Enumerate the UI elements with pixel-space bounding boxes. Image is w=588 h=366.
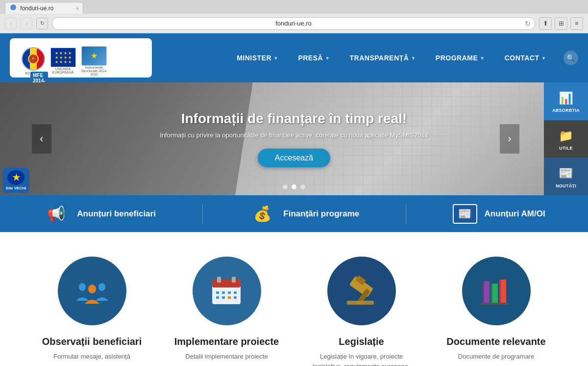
svg-rect-14 [234,296,237,299]
implementare-desc: Detalii implementare proiecte [185,352,268,362]
legislatie-title: Legislație [339,335,384,348]
nav-programe[interactable]: PROGRAME ▼ [433,49,488,67]
hero-access-button[interactable]: Accesează [258,149,330,167]
svg-rect-5 [217,277,221,283]
svg-rect-10 [234,291,237,294]
beneficiari-icon: 📢 [43,203,70,225]
feature-observatii[interactable]: Observații beneficiari Formular mesaje, … [39,257,145,366]
browser-toolbar-right: ⬆ ⊞ ≡ [539,17,583,30]
slider-next-button[interactable]: › [500,124,519,154]
programe-label: PROGRAME [436,54,478,62]
anunturi-am-link[interactable]: 📰 Anunțuri AM/OI [453,204,545,224]
documente-title: Documente relevante [446,335,545,348]
svg-rect-18 [347,301,374,305]
slider-dot-2[interactable] [292,184,296,189]
anunturi-beneficiari-link[interactable]: 📢 Anunțuri beneficiari [43,203,156,225]
add-tab-button[interactable]: ⊞ [555,17,567,30]
main-nav: MINISTER ▼ PRESĂ ▼ TRANSPARENȚĂ ▼ PROGRA… [234,49,578,67]
am-icon: 📰 [453,204,477,224]
legislatie-desc: Legislație în vigoare, proiecte legislat… [309,352,414,366]
feature-documente[interactable]: Documente relevante Documente de program… [443,257,549,366]
observatii-icon [75,275,109,307]
site-vechi-label: Site VECHI [6,186,26,190]
hero-title: Informații de finanțare în timp real! [137,111,451,127]
documente-desc: Documente de programare [458,352,534,362]
observatii-title: Observații beneficiari [42,335,142,348]
site-vechi-button[interactable]: ★ Site VECHI [2,168,29,193]
observatii-desc: Formular mesaje, asistență [53,352,130,362]
feature-legislatie[interactable]: Legislație Legislație în vigoare, proiec… [309,257,414,366]
structural-label: Instrumente Structurale 2014-2020 [79,66,109,76]
bar-separator-2 [406,204,406,224]
slider-dot-3[interactable] [300,184,305,189]
svg-rect-6 [232,277,236,283]
more-button[interactable]: ≡ [570,17,583,30]
contact-arrow: ▼ [541,55,546,61]
nav-minister[interactable]: MINISTER ▼ [234,49,281,67]
svg-rect-11 [216,296,219,299]
logo-romania: ⚜ ROMÂNIA [20,46,47,76]
refresh-icon: ↻ [525,20,531,27]
forward-button[interactable]: › [21,18,32,29]
svg-rect-20 [483,281,484,303]
svg-rect-13 [228,296,231,299]
feature-implementare[interactable]: Implementare proiecte Detalii implementa… [174,257,279,366]
documente-icon-circle [462,257,531,325]
blue-bar: 📢 Anunțuri beneficiari 💰 Finanțări progr… [0,195,588,232]
tab-close-button[interactable]: × [76,5,79,11]
url-text: fonduri-ue.ro [275,20,312,27]
svg-rect-9 [228,291,231,294]
browser-chrome: ‹ › ↻ fonduri-ue.ro ↻ ⬆ ⊞ ≡ [0,14,588,33]
finantari-icon: 💰 [249,203,276,225]
search-icon: 🔍 [566,54,575,62]
browser-tab[interactable]: fonduri-ue.ro × [5,2,83,14]
svg-rect-12 [222,296,225,299]
noutati-label: NOUTĂȚI [556,183,576,188]
reload-button[interactable]: ↻ [36,18,48,29]
svg-point-1 [79,283,86,291]
svg-point-0 [88,285,96,293]
implementare-title: Implementare proiecte [174,335,279,348]
slider-dot-1[interactable] [283,184,288,189]
documente-icon [478,274,514,308]
minister-label: MINISTER [237,54,271,62]
contact-label: CONTACT [505,54,539,62]
hero-section: Informații de finanțare în timp real! In… [0,82,588,195]
implementare-icon [208,274,245,308]
share-button[interactable]: ⬆ [539,17,552,30]
slider-dots [283,184,305,189]
legislatie-icon-circle [327,257,396,325]
address-bar[interactable]: fonduri-ue.ro ↻ [52,17,535,30]
browser-tab-bar: fonduri-ue.ro × [0,0,588,14]
nav-transparenta[interactable]: TRANSPARENȚĂ ▼ [347,49,418,67]
svg-point-2 [98,283,105,291]
features-section: Observații beneficiari Formular mesaje, … [0,232,588,366]
tab-favicon [10,4,16,10]
observatii-icon-circle [58,257,126,325]
svg-rect-7 [216,291,219,294]
presa-arrow: ▼ [325,55,330,61]
slider-prev-button[interactable]: ‹ [32,124,51,154]
nav-contact[interactable]: CONTACT ▼ [502,49,549,67]
presa-label: PRESĂ [298,54,323,62]
transparenta-arrow: ▼ [411,55,416,61]
nav-presa[interactable]: PRESĂ ▼ [295,49,332,67]
svg-rect-24 [499,280,501,303]
logo-area: MFE 2014-2020 ⚜ ROMÂNIA ★ ★ ★ ★ ★ [10,38,152,78]
svg-rect-25 [481,303,509,305]
minister-arrow: ▼ [273,55,278,61]
site-vechi-icon: ★ [7,170,24,185]
logo-eu: ★ ★ ★ ★ ★ ★ ★ ★ ★ ★ ★ ★ UNIUNEA EUROPEAN [49,48,76,74]
implementare-icon-circle [193,257,261,325]
search-button[interactable]: 🔍 [564,51,578,65]
logo-structural: ★ Instrumente Structurale 2014-2020 [79,46,109,76]
hero-slider: Informații de finanțare în timp real! In… [0,82,588,195]
transparenta-label: TRANSPARENȚĂ [350,54,409,62]
programe-arrow: ▼ [480,55,485,61]
finantari-link[interactable]: 💰 Finanțări programe [249,203,359,225]
hero-subtitle: Informații cu privire la oportunitățile … [137,131,451,139]
back-button[interactable]: ‹ [5,18,17,29]
site-header: MFE 2014-2020 ⚜ ROMÂNIA ★ ★ ★ ★ ★ [0,33,588,82]
finantari-label: Finanțări programe [283,209,359,219]
tab-label: fonduri-ue.ro [20,5,53,12]
